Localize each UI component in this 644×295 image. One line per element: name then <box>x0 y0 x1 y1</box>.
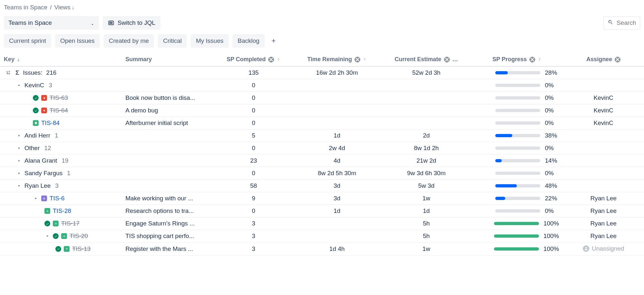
col-sp-completed-label: SP Completed <box>227 56 266 63</box>
col-sp-completed[interactable]: SP Completed <box>215 53 292 66</box>
remove-column-icon[interactable] <box>529 57 535 62</box>
chip-created-by-me[interactable]: Created by me <box>104 34 154 48</box>
assignee-cell[interactable]: Ryan Lee <box>563 205 644 217</box>
assignee-cell[interactable]: Ryan Lee <box>563 230 644 243</box>
chevron-right-icon[interactable] <box>16 170 22 176</box>
progress-pct: 100% <box>544 245 559 252</box>
sigma-icon: Σ <box>15 69 19 76</box>
search-box[interactable] <box>603 16 640 30</box>
chevron-right-icon[interactable] <box>16 158 22 164</box>
breadcrumb: Teams in Space / Views <box>0 0 644 14</box>
assignee-cell[interactable]: KevinC <box>563 117 644 129</box>
group-row: Ryan Lee3583d5w 3d48% <box>0 180 644 192</box>
assignee-cell[interactable]: Ryan Lee <box>563 192 644 205</box>
chevron-down-icon[interactable] <box>33 195 39 201</box>
sp-completed-cell: 3 <box>215 243 292 255</box>
issue-key-link[interactable]: TIS-28 <box>53 207 71 214</box>
chevron-down-icon <box>90 21 94 25</box>
time-remaining-cell: 1d 4h <box>292 243 382 255</box>
issue-key-link[interactable]: TIS-13 <box>72 245 90 252</box>
group-label[interactable]: Sandy Fargus <box>24 170 62 177</box>
group-count: 12 <box>44 145 51 152</box>
remove-column-icon[interactable] <box>268 57 274 62</box>
current-estimate-cell: 21w 2d <box>382 155 471 167</box>
totals-count: 216 <box>46 69 57 76</box>
breadcrumb-root[interactable]: Teams in Space <box>4 4 47 11</box>
group-label[interactable]: Other <box>24 145 40 152</box>
current-estimate-cell <box>382 104 471 117</box>
project-dropdown[interactable]: Teams in Space <box>4 16 99 30</box>
time-remaining-cell <box>292 117 382 129</box>
group-label[interactable]: KevinC <box>24 82 44 89</box>
current-estimate-cell: 1d <box>382 205 471 217</box>
remove-column-icon[interactable] <box>355 57 360 62</box>
summary-cell[interactable]: Afterburner initial script <box>122 117 215 129</box>
collapse-all-icon[interactable] <box>6 70 11 75</box>
chip-current-sprint[interactable]: Current sprint <box>4 34 51 48</box>
current-estimate-cell: 8w 1d 2h <box>382 142 471 155</box>
issue-type-epic-icon <box>41 195 47 201</box>
current-estimate-cell <box>382 79 471 92</box>
time-remaining-cell: 8w 2d 5h 30m <box>292 167 382 180</box>
assignee-cell[interactable]: KevinC <box>563 104 644 117</box>
col-sp-progress[interactable]: SP Progress <box>471 53 563 66</box>
remove-column-icon[interactable] <box>615 57 620 62</box>
current-estimate-cell <box>382 92 471 104</box>
summary-cell <box>122 180 215 192</box>
summary-cell[interactable]: Research options to tra... <box>122 205 215 217</box>
issue-row: TIS-20TIS shopping cart perfo...35h100%R… <box>0 230 644 243</box>
group-label[interactable]: Ryan Lee <box>24 182 51 189</box>
summary-cell[interactable]: Book now button is disa... <box>122 92 215 104</box>
sp-completed-cell: 9 <box>215 192 292 205</box>
chevron-down-icon[interactable] <box>16 183 22 189</box>
done-check-icon <box>44 221 50 226</box>
chip-open-issues[interactable]: Open Issues <box>55 34 100 48</box>
issue-key-link[interactable]: TIS-6 <box>50 195 64 202</box>
issue-key-link[interactable]: TIS-64 <box>50 107 68 114</box>
group-row: Andi Herr151d2d38% <box>0 129 644 142</box>
progress-pct: 0% <box>545 94 559 101</box>
issue-key-link[interactable]: TIS-63 <box>50 94 68 101</box>
progress-pct: 22% <box>545 195 559 202</box>
summary-cell[interactable]: A demo bug <box>122 104 215 117</box>
remove-column-icon[interactable] <box>444 57 450 62</box>
totals-time: 16w 2d 2h 30m <box>292 66 382 79</box>
assignee-cell[interactable]: KevinC <box>563 92 644 104</box>
col-summary[interactable]: Summary <box>122 53 215 66</box>
chevron-right-icon[interactable] <box>16 133 22 138</box>
chevron-down-icon[interactable] <box>16 82 22 88</box>
issue-row: TIS-63Book now button is disa...00%Kevin… <box>0 92 644 104</box>
assignee-cell[interactable]: Ryan Lee <box>563 217 644 230</box>
group-label[interactable]: Andi Herr <box>24 132 50 139</box>
issue-row: TIS-64A demo bug00%KevinC <box>0 104 644 117</box>
col-key[interactable]: Key ↓ <box>0 53 122 66</box>
progress-pct: 0% <box>545 170 559 177</box>
assignee-cell[interactable]: Unassigned <box>563 243 644 255</box>
summary-cell[interactable]: TIS shopping cart perfo... <box>122 230 215 243</box>
chip-my-issues[interactable]: My Issues <box>191 34 229 48</box>
progress-pct: 0% <box>545 107 559 114</box>
switch-to-jql-button[interactable]: Switch to JQL <box>103 16 160 30</box>
issue-key-link[interactable]: TIS-20 <box>70 233 88 240</box>
summary-cell[interactable]: Engage Saturn's Rings ... <box>122 217 215 230</box>
chevron-right-icon[interactable] <box>16 145 22 151</box>
issue-type-imp-icon <box>64 246 70 252</box>
group-label[interactable]: Alana Grant <box>24 157 57 164</box>
summary-cell[interactable]: Register with the Mars ... <box>122 243 215 255</box>
more-columns-icon[interactable]: … <box>452 56 458 63</box>
col-time-remaining[interactable]: Time Remaining <box>292 53 382 66</box>
chevron-down-icon[interactable] <box>44 233 50 239</box>
chip-backlog[interactable]: Backlog <box>232 34 265 48</box>
issue-key-link[interactable]: TIS-84 <box>41 119 60 127</box>
sp-completed-cell: 23 <box>215 155 292 167</box>
time-remaining-cell <box>292 230 382 243</box>
chip-critical[interactable]: Critical <box>158 34 187 48</box>
breadcrumb-views-dropdown[interactable]: Views <box>54 4 74 11</box>
col-current-estimate[interactable]: Current Estimate … <box>382 53 471 66</box>
col-assignee[interactable]: Assignee <box>563 53 644 66</box>
search-input[interactable] <box>617 19 636 26</box>
issue-key-link[interactable]: TIS-17 <box>61 220 80 227</box>
summary-cell[interactable]: Make working with our ... <box>122 192 215 205</box>
sp-completed-cell: 58 <box>215 180 292 192</box>
time-remaining-cell <box>292 79 382 92</box>
